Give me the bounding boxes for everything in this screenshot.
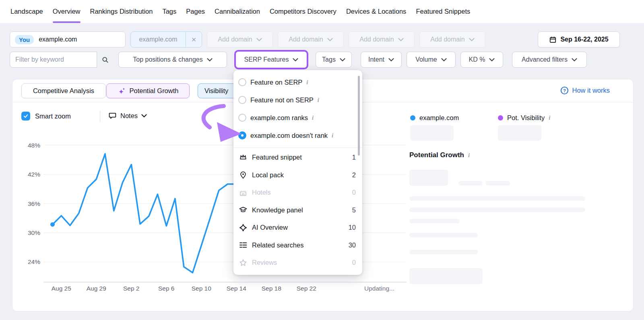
potential-growth-heading: Potential Growth i <box>409 151 470 159</box>
filter-dropdown-advanced-filters[interactable]: Advanced filters <box>512 52 587 68</box>
feature-count: 0 <box>352 259 356 266</box>
serp-features-dropdown: Feature on SERPiFeature not on SERPiexam… <box>233 70 362 275</box>
filter-label: Top positions & changes <box>133 56 202 63</box>
notes-dropdown[interactable]: Notes <box>108 112 147 120</box>
dropdown-scrollbar[interactable] <box>358 76 360 156</box>
competitor-domain-label: example.com <box>131 36 186 43</box>
radio-icon[interactable] <box>238 131 246 139</box>
tab-label: Competitive Analysis <box>33 87 94 95</box>
radio-option-example-com-ranks[interactable]: example.com ranksi <box>233 109 362 127</box>
location-pin-icon <box>238 170 248 180</box>
info-icon: i <box>312 114 314 121</box>
nav-tab-tags[interactable]: Tags <box>162 0 176 23</box>
feature-count: 2 <box>352 171 356 179</box>
question-circle-icon: ? <box>560 86 569 95</box>
date-range-picker[interactable]: Sep 16-22, 2025 <box>538 31 620 48</box>
add-domain-label: Add domain <box>289 36 323 43</box>
tab-competitive-analysis[interactable]: Competitive Analysis <box>21 83 106 98</box>
add-domain-label: Add domain <box>430 36 464 43</box>
add-domain-dropdown[interactable]: Add domain <box>207 31 273 48</box>
nav-tab-rankings-distribution[interactable]: Rankings Distribution <box>90 0 153 23</box>
serp-feature-local-pack[interactable]: Local pack2 <box>233 166 362 184</box>
filter-label: Tags <box>322 56 336 63</box>
filter-dropdown-kd[interactable]: KD % <box>460 52 503 68</box>
filter-dropdown-tags[interactable]: Tags <box>316 52 352 68</box>
serp-feature-ai-overview[interactable]: AI Overview10 <box>233 219 362 237</box>
calendar-icon <box>549 36 557 44</box>
radio-icon[interactable] <box>238 114 246 122</box>
nav-tab-landscape[interactable]: Landscape <box>10 0 43 23</box>
tab-potential-growth[interactable]: Potential Growth <box>106 83 190 98</box>
add-domain-dropdown[interactable]: Add domain <box>278 31 344 48</box>
series-dot-blue <box>410 115 415 121</box>
info-icon: i <box>468 152 470 159</box>
divider <box>100 111 100 122</box>
feature-count: 10 <box>349 224 356 231</box>
nav-tab-pages[interactable]: Pages <box>186 0 205 23</box>
value-skeleton <box>409 170 448 186</box>
chevron-down-icon <box>207 56 213 63</box>
feature-label: Featured snippet <box>252 154 348 161</box>
nav-tab-devices-locations[interactable]: Devices & Locations <box>346 0 407 23</box>
ai-clover-icon <box>238 223 248 233</box>
value-skeleton <box>410 125 454 141</box>
serp-filter-options: Feature on SERPiFeature not on SERPiexam… <box>233 73 362 144</box>
radio-icon[interactable] <box>238 78 246 86</box>
search-icon <box>101 56 109 64</box>
chevron-down-icon <box>489 56 495 63</box>
serp-feature-related-searches[interactable]: Related searches30 <box>233 237 362 254</box>
legend-label: example.com <box>419 114 459 122</box>
info-icon: i <box>306 79 308 86</box>
feature-label: Related searches <box>252 241 345 249</box>
serp-feature-list: Featured snippet1Local pack2Hotels0Knowl… <box>233 149 362 272</box>
bar-skeleton <box>458 181 483 185</box>
feature-label: Reviews <box>252 259 348 266</box>
filter-dropdown-volume[interactable]: Volume <box>407 52 456 68</box>
add-domain-dropdown[interactable]: Add domain <box>419 31 485 48</box>
how-it-works-link[interactable]: ? How it works <box>560 86 610 95</box>
your-domain-value: example.com <box>39 36 77 43</box>
radio-option-feature-on-serp[interactable]: Feature on SERPi <box>233 73 362 91</box>
position-tracking-page: LandscapeOverviewRankings DistributionTa… <box>0 0 644 320</box>
crown-icon <box>238 153 248 162</box>
filter-label: Intent <box>368 56 384 63</box>
keyword-filter <box>10 52 114 68</box>
related-searches-icon <box>238 240 248 250</box>
chevron-down-icon <box>572 56 577 63</box>
chevron-down-icon <box>293 56 298 63</box>
radio-option-example-com-doesn-t-rank[interactable]: example.com doesn't ranki <box>233 127 362 144</box>
filter-label: Volume <box>415 56 437 63</box>
serp-feature-featured-snippet[interactable]: Featured snippet1 <box>233 149 362 166</box>
bar-skeleton <box>486 181 510 185</box>
nav-tab-overview[interactable]: Overview <box>53 0 80 23</box>
potential-growth-label: Potential Growth <box>409 151 464 159</box>
radio-label: Feature on SERP <box>250 79 302 86</box>
nav-tab-competitors-discovery[interactable]: Competitors Discovery <box>270 0 336 23</box>
filter-dropdown-intent[interactable]: Intent <box>361 52 402 68</box>
nav-tab-cannibalization[interactable]: Cannibalization <box>215 0 260 23</box>
search-button[interactable] <box>97 52 114 68</box>
graduation-cap-icon <box>238 205 248 215</box>
smart-zoom-label: Smart zoom <box>35 112 71 120</box>
add-domain-dropdown[interactable]: Add domain <box>349 31 415 48</box>
value-skeleton <box>409 268 483 284</box>
radio-option-feature-not-on-serp[interactable]: Feature not on SERPi <box>233 91 362 109</box>
serp-feature-hotels: Hotels0 <box>233 184 362 202</box>
filter-dropdown-top-positions-changes[interactable]: Top positions & changes <box>118 52 227 68</box>
filter-label: Advanced filters <box>522 56 568 63</box>
feature-count: 0 <box>352 189 356 196</box>
nav-tab-featured-snippets[interactable]: Featured Snippets <box>416 0 470 23</box>
your-domain-field[interactable]: You example.com <box>10 31 126 48</box>
filter-dropdown-serp-features[interactable]: SERP Features <box>236 52 307 68</box>
smart-zoom-checkbox[interactable] <box>21 112 30 121</box>
radio-icon[interactable] <box>238 96 246 104</box>
chevron-down-icon <box>388 56 394 63</box>
smart-zoom-toggle[interactable]: Smart zoom <box>21 112 71 121</box>
feature-count: 30 <box>349 241 356 249</box>
serp-feature-knowledge-panel[interactable]: Knowledge panel5 <box>233 202 362 219</box>
chevron-down-icon <box>256 36 262 43</box>
feature-label: AI Overview <box>252 224 345 231</box>
chevron-down-icon <box>469 36 475 43</box>
remove-domain-icon[interactable]: × <box>186 32 202 47</box>
competitor-domain-chip[interactable]: example.com × <box>130 31 202 48</box>
